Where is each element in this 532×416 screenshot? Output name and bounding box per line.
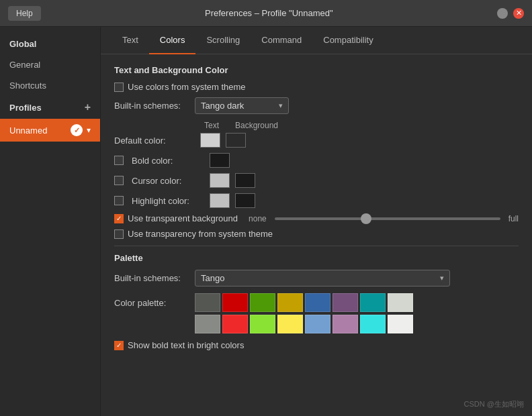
cursor-color-checkbox[interactable] <box>114 176 124 185</box>
use-system-theme-row: Use colors from system theme <box>114 82 519 92</box>
color-palette-row: Color palette: <box>114 293 519 333</box>
tab-colors[interactable]: Colors <box>149 27 196 54</box>
transparency-slider[interactable] <box>275 217 500 220</box>
transparency-system-checkbox[interactable] <box>114 229 124 239</box>
sidebar-global-header: Global <box>0 34 100 54</box>
palette-swatch-12[interactable] <box>305 315 330 333</box>
main-layout: Global General Shortcuts Profiles + Unna… <box>0 27 532 416</box>
profile-name: Unnamed <box>9 125 47 136</box>
bold-color-label: Bold color: <box>132 156 204 166</box>
bold-color-row: Bold color: <box>114 153 519 168</box>
palette-swatch-8[interactable] <box>195 315 220 333</box>
profile-icons: ✓ ▾ <box>71 124 91 136</box>
highlight-color-row: Highlight color: <box>114 193 519 208</box>
bold-text-swatch[interactable] <box>210 153 230 168</box>
profiles-label: Profiles <box>9 103 42 113</box>
color-col-headers: Text Background <box>202 121 519 130</box>
palette-swatch-4[interactable] <box>305 293 330 312</box>
palette-builtin-value: Tango <box>201 273 224 283</box>
window-title: Preferences – Profile "Unnamed" <box>41 8 497 18</box>
palette-swatch-14[interactable] <box>360 315 386 333</box>
show-bold-checkbox[interactable]: ✓ <box>114 341 124 350</box>
cursor-bg-swatch[interactable] <box>235 173 255 188</box>
default-text-swatch[interactable] <box>200 133 220 148</box>
sidebar-profile-unnamed[interactable]: Unnamed ✓ ▾ <box>0 119 100 142</box>
palette-builtin-dropdown[interactable]: Tango ▾ <box>195 270 450 287</box>
cursor-color-row: Cursor color: <box>114 173 519 188</box>
close-button[interactable]: ✕ <box>513 8 524 19</box>
highlight-color-label: Highlight color: <box>132 196 204 206</box>
builtin-schemes-row: Built-in schemes: Tango dark ▾ <box>114 97 519 114</box>
color-palette-label: Color palette: <box>114 298 188 308</box>
sidebar-item-shortcuts[interactable]: Shortcuts <box>0 75 100 96</box>
col-header-text: Text <box>202 121 222 130</box>
builtin-scheme-dropdown[interactable]: Tango dark ▾ <box>195 97 289 114</box>
palette-title: Palette <box>114 253 519 263</box>
palette-swatch-0[interactable] <box>195 293 220 312</box>
slider-full-label: full <box>508 214 519 223</box>
sidebar-item-general[interactable]: General <box>0 54 100 75</box>
palette-swatch-2[interactable] <box>250 293 275 312</box>
palette-swatch-9[interactable] <box>222 315 248 333</box>
transparency-system-label: Use transparency from system theme <box>128 229 273 239</box>
palette-swatch-10[interactable] <box>250 315 275 333</box>
bold-color-checkbox[interactable] <box>114 156 124 165</box>
cursor-text-swatch[interactable] <box>210 173 230 188</box>
minimize-button[interactable]: — <box>497 8 508 19</box>
palette-dropdown-arrow-icon: ▾ <box>440 274 444 282</box>
palette-builtin-row: Built-in schemes: Tango ▾ <box>114 270 519 287</box>
palette-swatch-7[interactable] <box>388 293 413 312</box>
profile-check-icon: ✓ <box>71 124 83 136</box>
tab-scrolling[interactable]: Scrolling <box>195 27 251 54</box>
palette-swatch-13[interactable] <box>332 315 358 333</box>
profile-dropdown-icon[interactable]: ▾ <box>87 125 91 135</box>
transparent-bg-label: Use transparent background <box>128 213 238 223</box>
help-button[interactable]: Help <box>8 6 41 21</box>
colors-panel: Text and Background Color Use colors fro… <box>101 54 532 366</box>
sidebar-profiles-header: Profiles + <box>0 96 100 119</box>
palette-swatch-5[interactable] <box>332 293 358 312</box>
transparent-bg-row: ✓ Use transparent background none full <box>114 213 519 223</box>
use-system-theme-checkbox[interactable] <box>114 83 124 92</box>
titlebar: Help Preferences – Profile "Unnamed" — ✕ <box>0 0 532 27</box>
sidebar: Global General Shortcuts Profiles + Unna… <box>0 27 101 416</box>
use-system-theme-label: Use colors from system theme <box>128 82 246 92</box>
text-bg-color-title: Text and Background Color <box>114 65 519 75</box>
palette-builtin-label: Built-in schemes: <box>114 273 188 283</box>
palette-row1 <box>195 293 413 312</box>
builtin-schemes-label: Built-in schemes: <box>114 101 188 111</box>
palette-swatch-3[interactable] <box>277 293 303 312</box>
cursor-color-label: Cursor color: <box>132 176 204 186</box>
tab-compatibility[interactable]: Compatibility <box>312 27 384 54</box>
palette-row2 <box>195 315 413 333</box>
divider <box>114 246 519 246</box>
highlight-color-checkbox[interactable] <box>114 196 124 205</box>
transparent-bg-checkbox[interactable]: ✓ <box>114 214 124 223</box>
default-color-row: Default color: <box>114 133 519 148</box>
palette-swatch-1[interactable] <box>222 293 248 312</box>
col-header-background: Background <box>235 121 255 130</box>
titlebar-right: — ✕ <box>497 8 524 19</box>
titlebar-left: Help <box>8 6 41 21</box>
tab-bar: Text Colors Scrolling Command Compatibil… <box>101 27 532 54</box>
palette-swatch-15[interactable] <box>388 315 413 333</box>
show-bold-row: ✓ Show bold text in bright colors <box>114 340 519 350</box>
default-color-label: Default color: <box>114 136 195 146</box>
slider-none-label: none <box>249 214 267 223</box>
show-bold-label: Show bold text in bright colors <box>128 340 244 350</box>
highlight-bg-swatch[interactable] <box>235 193 255 208</box>
add-profile-button[interactable]: + <box>85 101 91 113</box>
transparency-system-row: Use transparency from system theme <box>114 229 519 239</box>
content-area: Text Colors Scrolling Command Compatibil… <box>101 27 532 416</box>
tab-text[interactable]: Text <box>112 27 149 54</box>
builtin-scheme-value: Tango dark <box>201 101 244 111</box>
palette-swatch-11[interactable] <box>277 315 303 333</box>
default-bg-swatch[interactable] <box>226 133 246 148</box>
tab-command[interactable]: Command <box>251 27 312 54</box>
dropdown-arrow-icon: ▾ <box>279 101 283 110</box>
palette-swatch-6[interactable] <box>360 293 386 312</box>
highlight-text-swatch[interactable] <box>210 193 230 208</box>
watermark: CSDN @生如昭翊 <box>464 399 524 409</box>
